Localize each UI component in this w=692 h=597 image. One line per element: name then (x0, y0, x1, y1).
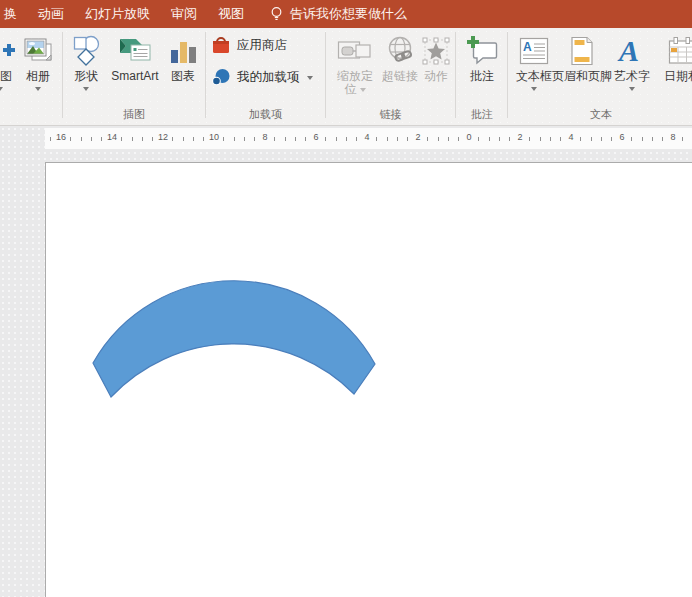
tab-review[interactable]: 审阅 (171, 5, 197, 23)
zoom-link-label-line2: 位 (345, 83, 357, 96)
ruler-tick (223, 137, 224, 141)
my-addins-icon (212, 68, 230, 86)
tab-view[interactable]: 视图 (218, 5, 244, 23)
slide[interactable] (45, 162, 692, 597)
chevron-down-icon (360, 88, 366, 92)
new-comment-label: 批注 (470, 69, 494, 83)
chart-button[interactable]: 图表 (163, 32, 203, 83)
textbox-icon: A (519, 32, 549, 69)
ruler-tick (172, 137, 173, 141)
smartart-button[interactable]: SmartArt (106, 32, 164, 83)
wordart-label: 艺术字 (614, 69, 650, 83)
ruler-tick (183, 137, 184, 141)
header-footer-label: 页眉和页脚 (552, 69, 612, 83)
header-footer-icon (570, 32, 594, 69)
ruler-tick (305, 137, 306, 141)
tell-me-box[interactable]: 告诉我你想要做什么 (269, 5, 407, 23)
ruler-number: 2 (517, 132, 522, 142)
ruler-tick (193, 137, 194, 141)
photo-album-icon (22, 32, 54, 69)
group-divider (62, 32, 63, 118)
ruler-tick (234, 137, 235, 141)
group-divider (455, 32, 456, 118)
ruler-tick (682, 137, 683, 141)
tab-slideshow[interactable]: 幻灯片放映 (85, 5, 150, 23)
zoom-link-button[interactable]: 缩放定 位 (330, 32, 380, 96)
date-time-icon (668, 32, 692, 69)
ruler-number: 2 (415, 132, 420, 142)
screenshot-label: 截图 (0, 69, 12, 83)
ruler-number: 8 (670, 132, 675, 142)
tab-animations[interactable]: 动画 (38, 5, 64, 23)
ruler-tick (580, 137, 581, 141)
ruler-tick (152, 137, 153, 141)
hyperlink-icon (385, 32, 415, 69)
ruler-tick (50, 137, 51, 141)
ruler-tick (346, 137, 347, 141)
tell-me-label: 告诉我你想要做什么 (290, 5, 407, 23)
group-label-comments: 批注 (457, 107, 507, 122)
ruler-tick (652, 137, 653, 141)
ruler-tick (529, 137, 530, 141)
header-footer-button[interactable]: 页眉和页脚 (550, 32, 614, 83)
ruler-number: 6 (313, 132, 318, 142)
hyperlink-button[interactable]: 超链接 (379, 32, 421, 83)
ruler-tick (376, 137, 377, 141)
ruler-tick (550, 137, 551, 141)
ruler-number: 10 (209, 132, 219, 142)
ruler-tick (91, 137, 92, 141)
shapes-label: 形状 (74, 69, 98, 83)
my-addins-button[interactable]: 我的加载项 (212, 68, 313, 86)
block-arc-shape[interactable] (46, 163, 692, 597)
ruler-tick (478, 137, 479, 141)
ruler-tick (274, 137, 275, 141)
ruler-number: 16 (56, 132, 66, 142)
ruler-tick (121, 137, 122, 141)
wordart-button[interactable]: A 艺术字 (612, 32, 652, 91)
shapes-button[interactable]: 形状 (66, 32, 106, 91)
photo-album-button[interactable]: 相册 (15, 32, 61, 91)
ruler-tick (325, 137, 326, 141)
ruler-tick (70, 137, 71, 141)
zoom-link-label-line1: 缩放定 (337, 69, 373, 83)
tab-transitions[interactable]: 换 (4, 5, 17, 23)
group-label-addins: 加载项 (207, 107, 324, 122)
store-label: 应用商店 (237, 37, 287, 54)
date-time-button[interactable]: 日期和 (654, 32, 692, 83)
ruler-tick (642, 137, 643, 141)
store-button[interactable]: 应用商店 (212, 36, 287, 54)
date-time-label: 日期和 (664, 69, 692, 83)
new-comment-button[interactable]: 批注 (458, 32, 506, 83)
shapes-icon (72, 32, 100, 69)
ruler-tick (101, 137, 102, 141)
ruler-number: 4 (568, 132, 573, 142)
ruler-tick (427, 137, 428, 141)
hyperlink-label: 超链接 (382, 69, 418, 83)
ruler-tick (356, 137, 357, 141)
ruler-number: 14 (107, 132, 117, 142)
store-icon (212, 36, 230, 54)
ruler-tick (489, 137, 490, 141)
ruler-tick (560, 137, 561, 141)
ruler-tick (397, 137, 398, 141)
ruler-number: 4 (364, 132, 369, 142)
new-comment-icon (466, 32, 498, 69)
ruler-tick (458, 137, 459, 141)
ruler-tick (611, 137, 612, 141)
ribbon-insert-tab-content: 截图 相册 (0, 28, 692, 126)
group-label-links: 链接 (327, 107, 454, 122)
smartart-icon (118, 32, 152, 69)
ruler-tick (662, 137, 663, 141)
ruler-tick (601, 137, 602, 141)
zoom-link-icon (337, 32, 373, 69)
textbox-label: 文本框 (516, 69, 552, 83)
ruler-number: 6 (619, 132, 624, 142)
my-addins-label: 我的加载项 (237, 69, 300, 86)
editing-canvas: 1614121086420246810 (0, 126, 692, 597)
ruler-tick (509, 137, 510, 141)
action-icon (421, 32, 451, 69)
action-button[interactable]: 动作 (418, 32, 454, 83)
group-label-illustrations: 插图 (64, 107, 204, 122)
chevron-down-icon (83, 87, 89, 91)
ruler-tick (203, 137, 204, 141)
